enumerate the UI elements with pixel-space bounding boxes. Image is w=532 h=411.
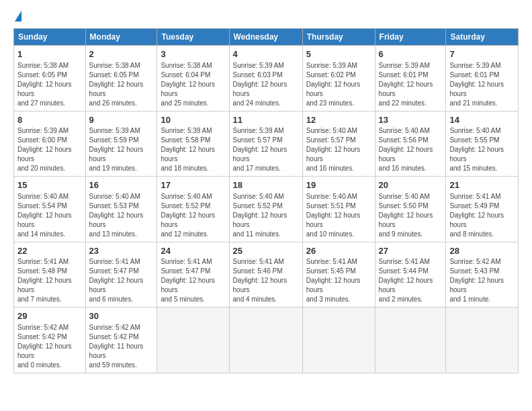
week-row-3: 15Sunrise: 5:40 AMSunset: 5:54 PMDayligh… [14, 177, 519, 242]
day-number: 10 [161, 114, 225, 126]
day-cell: 8Sunrise: 5:39 AMSunset: 6:00 PMDaylight… [14, 111, 86, 177]
day-cell: 3Sunrise: 5:38 AMSunset: 6:04 PMDaylight… [157, 46, 229, 111]
weekday-header-friday: Friday [375, 29, 446, 46]
day-info: Sunrise: 5:38 AMSunset: 6:05 PMDaylight:… [89, 61, 154, 108]
day-number: 24 [161, 245, 225, 257]
logo-triangle-icon [15, 11, 21, 21]
weekday-header-row: SundayMondayTuesdayWednesdayThursdayFrid… [14, 29, 519, 46]
day-number: 27 [379, 245, 443, 257]
day-number: 11 [233, 114, 299, 126]
day-cell: 12Sunrise: 5:40 AMSunset: 5:57 PMDayligh… [302, 111, 375, 177]
day-cell [446, 308, 519, 373]
day-info: Sunrise: 5:40 AMSunset: 5:55 PMDaylight:… [449, 126, 515, 173]
day-cell: 26Sunrise: 5:41 AMSunset: 5:45 PMDayligh… [302, 242, 375, 308]
day-info: Sunrise: 5:41 AMSunset: 5:49 PMDaylight:… [449, 192, 515, 239]
day-info: Sunrise: 5:41 AMSunset: 5:47 PMDaylight:… [89, 257, 154, 304]
weekday-header-thursday: Thursday [302, 29, 375, 46]
day-info: Sunrise: 5:39 AMSunset: 5:57 PMDaylight:… [233, 126, 299, 173]
day-cell: 19Sunrise: 5:40 AMSunset: 5:51 PMDayligh… [302, 177, 375, 242]
day-number: 7 [449, 48, 515, 60]
day-info: Sunrise: 5:40 AMSunset: 5:53 PMDaylight:… [89, 192, 154, 239]
day-number: 22 [17, 245, 82, 257]
day-number: 6 [379, 48, 443, 60]
day-cell: 2Sunrise: 5:38 AMSunset: 6:05 PMDaylight… [85, 46, 157, 111]
day-cell: 7Sunrise: 5:39 AMSunset: 6:01 PMDaylight… [446, 46, 519, 111]
day-cell: 28Sunrise: 5:42 AMSunset: 5:43 PMDayligh… [446, 242, 519, 308]
day-info: Sunrise: 5:39 AMSunset: 6:03 PMDaylight:… [233, 61, 299, 108]
day-number: 21 [449, 179, 515, 191]
weekday-header-monday: Monday [85, 29, 157, 46]
day-cell: 5Sunrise: 5:39 AMSunset: 6:02 PMDaylight… [302, 46, 375, 111]
day-cell [157, 308, 229, 373]
day-number: 19 [306, 179, 371, 191]
day-cell: 23Sunrise: 5:41 AMSunset: 5:47 PMDayligh… [85, 242, 157, 308]
day-cell: 24Sunrise: 5:41 AMSunset: 5:47 PMDayligh… [157, 242, 229, 308]
week-row-2: 8Sunrise: 5:39 AMSunset: 6:00 PMDaylight… [14, 111, 519, 177]
day-number: 25 [233, 245, 299, 257]
day-info: Sunrise: 5:39 AMSunset: 6:01 PMDaylight:… [449, 61, 515, 108]
day-cell: 16Sunrise: 5:40 AMSunset: 5:53 PMDayligh… [85, 177, 157, 242]
day-number: 14 [449, 114, 515, 126]
day-cell: 18Sunrise: 5:40 AMSunset: 5:52 PMDayligh… [229, 177, 302, 242]
day-cell: 21Sunrise: 5:41 AMSunset: 5:49 PMDayligh… [446, 177, 519, 242]
page: SundayMondayTuesdayWednesdayThursdayFrid… [0, 0, 532, 380]
day-cell: 11Sunrise: 5:39 AMSunset: 5:57 PMDayligh… [229, 111, 302, 177]
day-cell: 1Sunrise: 5:38 AMSunset: 6:05 PMDaylight… [14, 46, 86, 111]
weekday-header-saturday: Saturday [446, 29, 519, 46]
day-info: Sunrise: 5:42 AMSunset: 5:43 PMDaylight:… [449, 257, 515, 304]
day-number: 18 [233, 179, 299, 191]
day-cell [375, 308, 446, 373]
week-row-1: 1Sunrise: 5:38 AMSunset: 6:05 PMDaylight… [14, 46, 519, 111]
day-info: Sunrise: 5:39 AMSunset: 6:01 PMDaylight:… [379, 61, 443, 108]
weekday-header-tuesday: Tuesday [157, 29, 229, 46]
day-cell: 4Sunrise: 5:39 AMSunset: 6:03 PMDaylight… [229, 46, 302, 111]
day-number: 3 [161, 48, 225, 60]
day-number: 28 [449, 245, 515, 257]
day-number: 16 [89, 179, 154, 191]
day-info: Sunrise: 5:39 AMSunset: 6:00 PMDaylight:… [17, 126, 82, 173]
day-cell: 13Sunrise: 5:40 AMSunset: 5:56 PMDayligh… [375, 111, 446, 177]
day-number: 1 [17, 48, 82, 60]
day-info: Sunrise: 5:41 AMSunset: 5:45 PMDaylight:… [306, 257, 371, 304]
day-info: Sunrise: 5:40 AMSunset: 5:52 PMDaylight:… [233, 192, 299, 239]
day-info: Sunrise: 5:40 AMSunset: 5:54 PMDaylight:… [17, 192, 82, 239]
day-info: Sunrise: 5:41 AMSunset: 5:44 PMDaylight:… [379, 257, 443, 304]
day-number: 9 [89, 114, 154, 126]
weekday-header-wednesday: Wednesday [229, 29, 302, 46]
day-number: 4 [233, 48, 299, 60]
day-info: Sunrise: 5:40 AMSunset: 5:57 PMDaylight:… [306, 126, 371, 173]
day-cell: 29Sunrise: 5:42 AMSunset: 5:42 PMDayligh… [14, 308, 86, 373]
day-info: Sunrise: 5:38 AMSunset: 6:05 PMDaylight:… [17, 61, 82, 108]
day-info: Sunrise: 5:40 AMSunset: 5:51 PMDaylight:… [306, 192, 371, 239]
day-info: Sunrise: 5:41 AMSunset: 5:48 PMDaylight:… [17, 257, 82, 304]
day-cell: 14Sunrise: 5:40 AMSunset: 5:55 PMDayligh… [446, 111, 519, 177]
day-info: Sunrise: 5:38 AMSunset: 6:04 PMDaylight:… [161, 61, 225, 108]
week-row-5: 29Sunrise: 5:42 AMSunset: 5:42 PMDayligh… [14, 308, 519, 373]
day-number: 15 [17, 179, 82, 191]
day-number: 26 [306, 245, 371, 257]
day-cell: 30Sunrise: 5:42 AMSunset: 5:42 PMDayligh… [85, 308, 157, 373]
day-number: 30 [89, 310, 154, 322]
day-cell [302, 308, 375, 373]
day-cell: 10Sunrise: 5:39 AMSunset: 5:58 PMDayligh… [157, 111, 229, 177]
day-cell: 27Sunrise: 5:41 AMSunset: 5:44 PMDayligh… [375, 242, 446, 308]
day-number: 17 [161, 179, 225, 191]
day-cell: 6Sunrise: 5:39 AMSunset: 6:01 PMDaylight… [375, 46, 446, 111]
day-cell: 17Sunrise: 5:40 AMSunset: 5:52 PMDayligh… [157, 177, 229, 242]
day-info: Sunrise: 5:40 AMSunset: 5:56 PMDaylight:… [379, 126, 443, 173]
day-info: Sunrise: 5:41 AMSunset: 5:47 PMDaylight:… [161, 257, 225, 304]
weekday-header-sunday: Sunday [14, 29, 86, 46]
header [13, 11, 519, 23]
day-number: 20 [379, 179, 443, 191]
day-info: Sunrise: 5:39 AMSunset: 6:02 PMDaylight:… [306, 61, 371, 108]
day-cell [229, 308, 302, 373]
week-row-4: 22Sunrise: 5:41 AMSunset: 5:48 PMDayligh… [14, 242, 519, 308]
day-number: 2 [89, 48, 154, 60]
day-cell: 25Sunrise: 5:41 AMSunset: 5:46 PMDayligh… [229, 242, 302, 308]
day-number: 29 [17, 310, 82, 322]
logo [13, 11, 21, 23]
day-info: Sunrise: 5:42 AMSunset: 5:42 PMDaylight:… [17, 323, 82, 370]
day-info: Sunrise: 5:39 AMSunset: 5:59 PMDaylight:… [89, 126, 154, 173]
day-info: Sunrise: 5:39 AMSunset: 5:58 PMDaylight:… [161, 126, 225, 173]
calendar-table: SundayMondayTuesdayWednesdayThursdayFrid… [13, 28, 519, 373]
